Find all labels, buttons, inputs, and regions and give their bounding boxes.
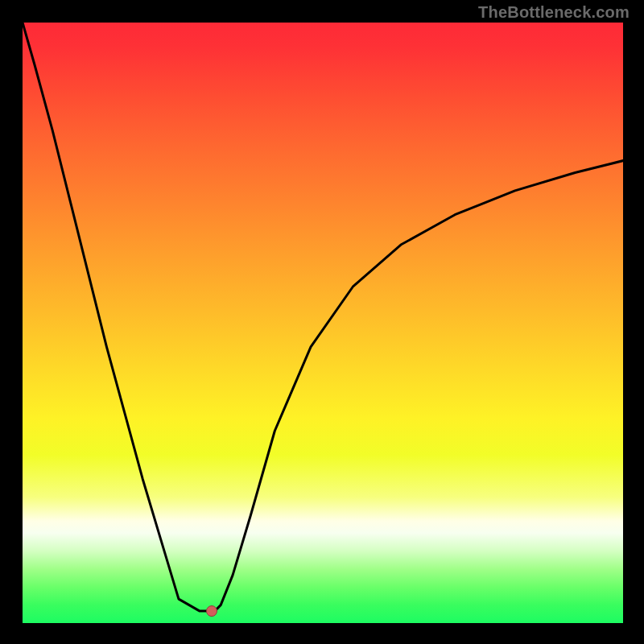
attribution-text: TheBottleneck.com	[478, 3, 630, 22]
optimal-point-marker	[206, 606, 217, 617]
chart-frame: TheBottleneck.com	[0, 0, 644, 644]
bottleneck-curve	[23, 23, 623, 611]
plot-area	[23, 23, 623, 623]
curve-layer	[23, 23, 623, 623]
